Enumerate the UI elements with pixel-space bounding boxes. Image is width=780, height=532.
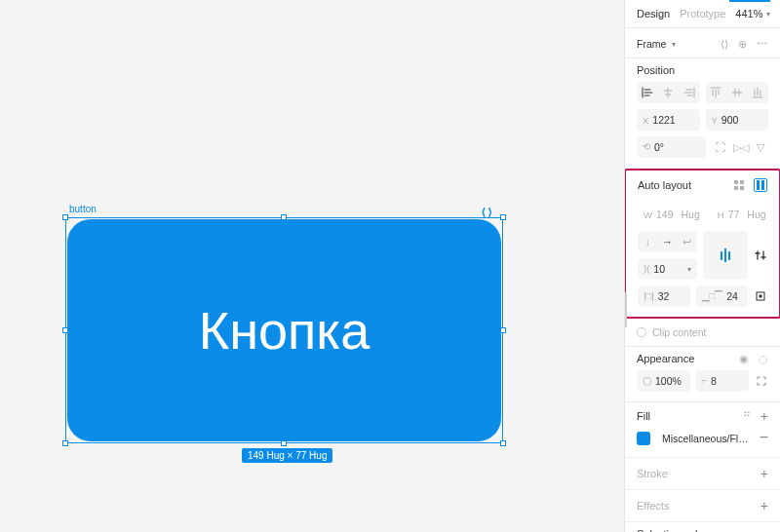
frame-type-dropdown[interactable]: Frame ▾ xyxy=(637,38,676,50)
active-tab-indicator xyxy=(729,0,770,2)
fill-title: Fill xyxy=(637,410,650,422)
flip-h-icon[interactable]: ▷◁ xyxy=(733,142,749,153)
code-icon[interactable]: ⟨⟩ xyxy=(721,39,728,50)
padding-h-icon: |□| xyxy=(644,291,654,301)
auto-layout-settings-icon[interactable] xyxy=(754,178,767,192)
add-stroke-icon[interactable]: + xyxy=(760,466,768,481)
padding-v-input[interactable]: ▁□▔ 24 xyxy=(696,285,749,307)
y-label: Y xyxy=(712,115,718,126)
height-input[interactable]: H 77 Hug xyxy=(712,204,772,225)
padding-h-input[interactable]: |□| 32 xyxy=(638,285,690,307)
tab-design[interactable]: Design xyxy=(637,8,670,19)
h-value: 77 xyxy=(728,209,740,220)
corner-radius-value: 8 xyxy=(711,375,717,387)
direction-group[interactable]: ↓ → ↩ xyxy=(638,231,697,252)
selected-layer-label: button xyxy=(69,204,97,214)
clip-content-checkbox[interactable] xyxy=(637,327,646,337)
add-effect-icon[interactable]: + xyxy=(760,498,768,513)
corner-radius-icon: ⌐ xyxy=(702,376,708,386)
svg-rect-1 xyxy=(740,180,744,184)
svg-rect-0 xyxy=(734,180,738,184)
detach-style-icon[interactable]: − xyxy=(760,429,768,446)
position-title: Position xyxy=(637,64,675,76)
section-appearance: Appearance ◉ ◌ ▢ 100% ⌐ 8 xyxy=(625,347,780,402)
corner-radius-input[interactable]: ⌐ 8 xyxy=(696,370,750,392)
advanced-layout-icon[interactable] xyxy=(754,231,767,280)
stroke-title: Stroke xyxy=(637,468,668,479)
tab-prototype[interactable]: Prototype xyxy=(680,8,725,19)
position-x-input[interactable]: X 1221 xyxy=(637,109,700,131)
rotation-value: 0° xyxy=(654,141,664,153)
canvas[interactable]: button ⟨⟩ Кнопка 149 Hug × 77 Hug xyxy=(0,0,624,532)
svg-rect-4 xyxy=(757,180,760,190)
selection-dimensions-pill: 149 Hug × 77 Hug xyxy=(242,448,332,463)
clip-content-row[interactable]: Clip content xyxy=(625,319,780,347)
x-label: X xyxy=(643,115,648,126)
align-horizontal-group[interactable] xyxy=(637,82,700,103)
section-effects[interactable]: Effects + xyxy=(625,490,780,522)
padding-individual-icon[interactable] xyxy=(754,285,767,307)
direction-vertical-icon[interactable]: ↓ xyxy=(638,231,657,252)
gap-input[interactable]: )( 10 ▾ xyxy=(638,258,697,280)
section-fill: Fill ⠛ + Miscellaneous/Floatin... − xyxy=(625,402,780,458)
opacity-input[interactable]: ▢ 100% xyxy=(637,370,690,392)
fill-style-name[interactable]: Miscellaneous/Floatin... xyxy=(662,433,754,444)
direction-wrap-icon[interactable]: ↩ xyxy=(678,231,697,252)
align-vcenter-icon[interactable] xyxy=(726,87,748,98)
svg-rect-7 xyxy=(760,295,762,298)
padding-v-value: 24 xyxy=(726,290,738,302)
visibility-icon[interactable]: ◉ xyxy=(739,354,749,364)
scrollbar[interactable] xyxy=(624,292,627,327)
position-y-input[interactable]: Y 900 xyxy=(706,109,769,131)
h-mode: Hug xyxy=(747,209,765,220)
blend-mode-icon[interactable]: ◌ xyxy=(759,354,768,364)
align-hcenter-icon[interactable] xyxy=(658,87,680,98)
resize-handle-ne[interactable] xyxy=(500,214,506,220)
ratio-lock-icon[interactable]: ⛶ xyxy=(715,142,725,153)
add-fill-icon[interactable]: + xyxy=(760,408,768,424)
svg-rect-2 xyxy=(734,186,738,190)
resize-handle-nw[interactable] xyxy=(62,214,68,220)
frame-type-label: Frame xyxy=(637,38,666,50)
align-bottom-icon[interactable] xyxy=(748,87,769,98)
opacity-value: 100% xyxy=(655,375,682,387)
direction-horizontal-icon[interactable]: → xyxy=(657,231,677,252)
auto-layout-remove-icon[interactable] xyxy=(732,178,746,192)
align-top-icon[interactable] xyxy=(706,87,727,98)
effects-title: Effects xyxy=(637,500,669,512)
padding-v-icon: ▁□▔ xyxy=(702,291,723,301)
svg-rect-5 xyxy=(761,180,764,190)
align-left-icon[interactable] xyxy=(637,87,658,98)
selection-colors-title: Selection colors xyxy=(637,528,713,532)
corner-individual-icon[interactable] xyxy=(755,370,768,392)
section-stroke[interactable]: Stroke + xyxy=(625,458,780,490)
gap-value: 10 xyxy=(653,263,665,275)
w-value: 149 xyxy=(656,209,674,220)
gap-icon: )( xyxy=(644,264,649,274)
appearance-title: Appearance xyxy=(637,353,694,364)
inspector-panel: Design Prototype 441% ▾ Frame ▾ ⟨⟩ ⊕ ⋯ P… xyxy=(624,0,780,532)
section-selection-colors: Selection colors Miscellaneous/Floatin..… xyxy=(625,522,780,532)
width-input[interactable]: W 149 Hug xyxy=(638,204,706,225)
alignment-box[interactable] xyxy=(703,231,748,280)
flip-v-icon[interactable]: ▽ xyxy=(757,142,764,153)
more-icon[interactable]: ⋯ xyxy=(757,39,768,50)
resize-handle-sw[interactable] xyxy=(62,440,68,446)
rotation-icon: ⟲ xyxy=(643,142,650,152)
chevron-down-icon: ▾ xyxy=(672,40,676,49)
opacity-icon: ▢ xyxy=(643,376,651,386)
chevron-down-icon: ▾ xyxy=(687,265,691,274)
style-icon[interactable]: ⠛ xyxy=(743,411,751,422)
button-frame[interactable]: Кнопка xyxy=(67,219,501,441)
align-vertical-group[interactable] xyxy=(706,82,769,103)
rotation-input[interactable]: ⟲ 0° xyxy=(637,136,706,158)
fill-swatch[interactable] xyxy=(637,432,650,445)
zoom-dropdown[interactable]: 441% ▾ xyxy=(735,8,770,19)
padding-h-value: 32 xyxy=(658,290,670,302)
section-auto-layout: Auto layout W 149 Hug xyxy=(624,169,780,319)
target-icon[interactable]: ⊕ xyxy=(738,39,747,50)
resize-handle-se[interactable] xyxy=(500,440,506,446)
y-value: 900 xyxy=(722,114,739,126)
align-right-icon[interactable] xyxy=(679,87,700,98)
section-position: Position xyxy=(625,58,780,169)
